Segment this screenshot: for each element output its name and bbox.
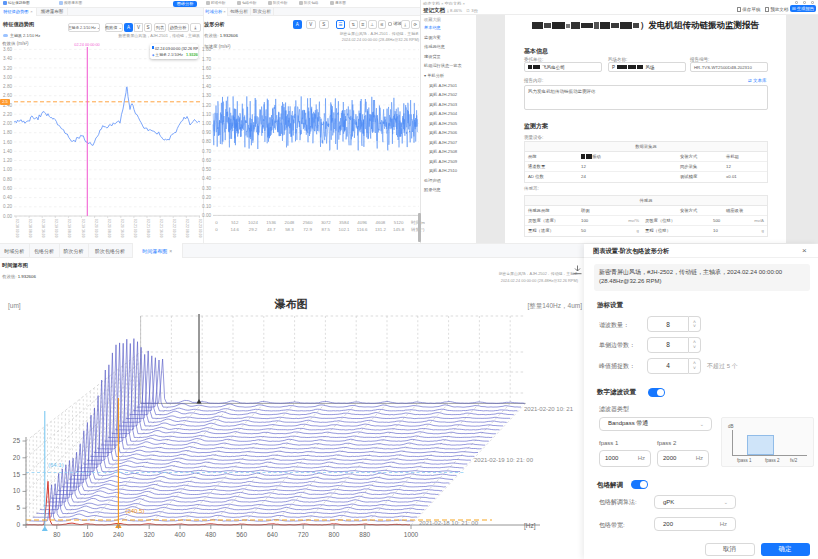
svg-text:29.2: 29.2 — [249, 227, 258, 232]
svg-text:2560: 2560 — [303, 220, 313, 225]
svg-text:1.70: 1.70 — [202, 57, 211, 62]
svg-text:4608: 4608 — [376, 220, 386, 225]
svg-text:5: 5 — [16, 504, 20, 511]
svg-text:880: 880 — [359, 531, 370, 538]
svg-text:400: 400 — [175, 531, 186, 538]
svg-text:0.50: 0.50 — [202, 167, 211, 172]
svg-text:58.3: 58.3 — [285, 227, 294, 232]
svg-text:0: 0 — [16, 521, 20, 528]
svg-text:320: 320 — [144, 531, 155, 538]
svg-text:480: 480 — [205, 531, 216, 538]
svg-text:72.9: 72.9 — [303, 227, 312, 232]
svg-text:25: 25 — [13, 437, 21, 444]
svg-text:2048: 2048 — [285, 220, 295, 225]
svg-text:800: 800 — [329, 531, 340, 538]
svg-text:560: 560 — [236, 531, 247, 538]
svg-text:[整量140Hz，4um]: [整量140Hz，4um] — [527, 302, 582, 310]
svg-text:2021-02-19 10: 21: 00: 2021-02-19 10: 21: 00 — [474, 457, 534, 463]
svg-text:1.00: 1.00 — [202, 121, 211, 126]
svg-text:240: 240 — [113, 531, 124, 538]
svg-text:3584: 3584 — [339, 220, 349, 225]
svg-text:2021-02-20 10: 21: 2021-02-20 10: 21 — [524, 406, 574, 412]
svg-text:1.30: 1.30 — [202, 93, 211, 98]
svg-text:1.20: 1.20 — [202, 103, 211, 108]
svg-text:0.90: 0.90 — [202, 130, 211, 135]
svg-text:145.8: 145.8 — [393, 227, 405, 232]
svg-text:0.60: 0.60 — [202, 158, 211, 163]
svg-text:瀑布图: 瀑布图 — [274, 298, 308, 310]
svg-text:0.20: 0.20 — [202, 195, 211, 200]
svg-text:0.00: 0.00 — [202, 213, 211, 218]
svg-text:720: 720 — [298, 531, 309, 538]
svg-text:(240.5): (240.5) — [125, 508, 144, 514]
svg-text:1.40: 1.40 — [202, 84, 211, 89]
svg-text:20: 20 — [13, 454, 21, 461]
svg-text:640: 640 — [267, 531, 278, 538]
svg-text:3072: 3072 — [321, 220, 331, 225]
svg-text:[um]: [um] — [8, 302, 21, 310]
svg-text:1.10: 1.10 — [202, 112, 211, 117]
svg-text:14.6: 14.6 — [231, 227, 240, 232]
svg-text:1536: 1536 — [266, 220, 276, 225]
svg-text:(64.1): (64.1) — [48, 462, 64, 468]
svg-text:87.5: 87.5 — [322, 227, 331, 232]
svg-text:1.50: 1.50 — [202, 75, 211, 80]
svg-text:0.70: 0.70 — [202, 149, 211, 154]
svg-text:116.6: 116.6 — [357, 227, 368, 232]
svg-text:0.10: 0.10 — [202, 204, 211, 209]
svg-text:80: 80 — [53, 531, 61, 538]
svg-text:1000: 1000 — [404, 531, 419, 538]
svg-text:43.7: 43.7 — [267, 227, 276, 232]
svg-text:1024: 1024 — [248, 220, 258, 225]
svg-text:5120: 5120 — [394, 220, 404, 225]
svg-text:1.60: 1.60 — [202, 66, 211, 71]
svg-text:0.40: 0.40 — [202, 176, 211, 181]
svg-text:102.1: 102.1 — [339, 227, 351, 232]
svg-text:1.80: 1.80 — [202, 47, 211, 52]
svg-text:15: 15 — [13, 471, 21, 478]
svg-text:512: 512 — [231, 220, 239, 225]
svg-text:0: 0 — [215, 220, 218, 225]
svg-text:0.30: 0.30 — [202, 186, 211, 191]
svg-text:160: 160 — [82, 531, 93, 538]
svg-text:[Hz]: [Hz] — [524, 522, 536, 530]
svg-text:131.2: 131.2 — [375, 227, 387, 232]
svg-text:10: 10 — [13, 487, 21, 494]
svg-text:2021-02-18 10: 21: 00: 2021-02-18 10: 21: 00 — [419, 520, 479, 526]
svg-text:0: 0 — [215, 227, 218, 232]
svg-text:0.80: 0.80 — [202, 139, 211, 144]
svg-text:4096: 4096 — [357, 220, 367, 225]
